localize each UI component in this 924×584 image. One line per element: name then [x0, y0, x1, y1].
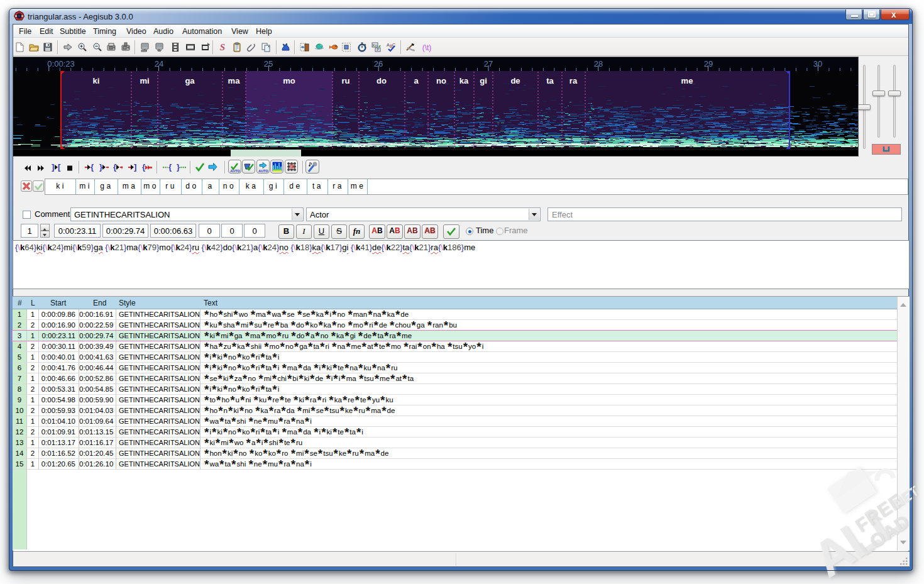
svg-text:[: [ [58, 163, 61, 172]
svg-text:(\t): (\t) [422, 43, 432, 52]
svg-text:{: { [142, 163, 145, 172]
svg-text:]: ] [52, 163, 54, 172]
svg-text:P: P [377, 48, 379, 52]
svg-text:27: 27 [484, 59, 493, 69]
svg-text:{: { [91, 163, 94, 172]
svg-text:Kn: Kn [373, 43, 377, 47]
svg-text:26: 26 [374, 59, 383, 69]
svg-text:}: } [177, 163, 180, 172]
svg-text:]: ] [134, 163, 136, 172]
svg-text:0:00:23: 0:00:23 [47, 59, 74, 69]
svg-text:AUTO: AUTO [258, 169, 268, 173]
svg-text:24: 24 [155, 59, 163, 69]
svg-text:25: 25 [264, 59, 273, 69]
svg-text:29: 29 [704, 59, 713, 69]
svg-text:}: } [99, 163, 102, 172]
svg-text:{: { [168, 163, 172, 172]
svg-text:E: E [290, 165, 294, 169]
svg-text:{: { [113, 163, 116, 172]
svg-text:S: S [220, 42, 225, 52]
svg-text:28: 28 [594, 59, 603, 69]
svg-text:30: 30 [813, 59, 822, 69]
svg-text:AUTO: AUTO [230, 169, 240, 173]
